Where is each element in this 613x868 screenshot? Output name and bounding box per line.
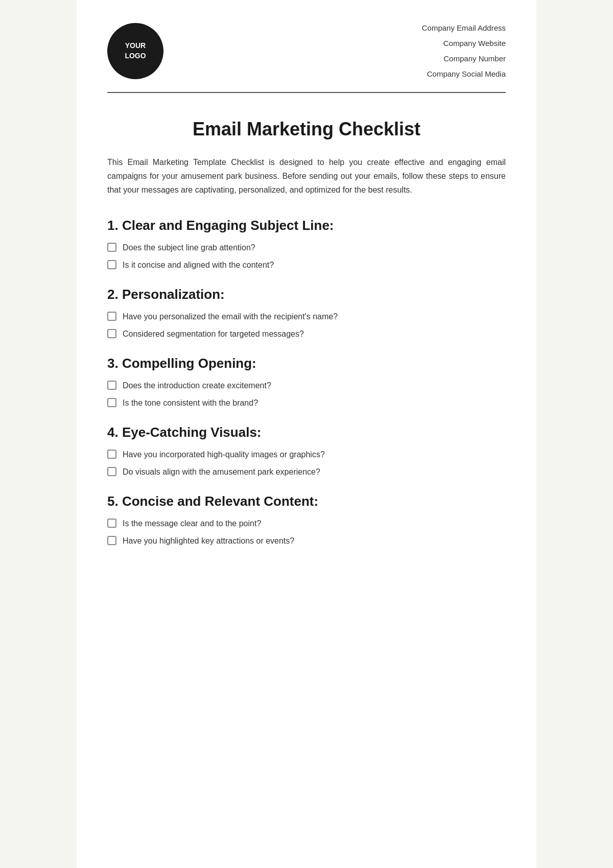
section-5-title: 5. Concise and Relevant Content: bbox=[107, 494, 506, 509]
section-1-title: 1. Clear and Engaging Subject Line: bbox=[107, 218, 506, 233]
list-item: Do visuals align with the amusement park… bbox=[107, 466, 506, 478]
list-item: Is the tone consistent with the brand? bbox=[107, 397, 506, 409]
item-text: Have you personalized the email with the… bbox=[123, 311, 338, 323]
item-text: Have you incorporated high-quality image… bbox=[123, 449, 325, 461]
checkbox-icon[interactable] bbox=[107, 536, 116, 545]
item-text: Is the message clear and to the point? bbox=[123, 518, 261, 530]
header: YOUR LOGO Company Email Address Company … bbox=[107, 20, 506, 82]
section-2: 2. Personalization: Have you personalize… bbox=[107, 287, 506, 340]
item-text: Does the introduction create excitement? bbox=[123, 380, 271, 392]
logo: YOUR LOGO bbox=[107, 23, 163, 79]
list-item: Is it concise and aligned with the conte… bbox=[107, 259, 506, 271]
list-item: Have you highlighted key attractions or … bbox=[107, 535, 506, 547]
checkbox-icon[interactable] bbox=[107, 329, 116, 338]
item-text: Do visuals align with the amusement park… bbox=[123, 466, 320, 478]
company-social: Company Social Media bbox=[422, 66, 506, 82]
checkbox-icon[interactable] bbox=[107, 398, 116, 407]
main-content: Email Marketing Checklist This Email Mar… bbox=[107, 119, 506, 547]
checkbox-icon[interactable] bbox=[107, 243, 116, 252]
list-item: Considered segmentation for targeted mes… bbox=[107, 328, 506, 340]
section-1: 1. Clear and Engaging Subject Line: Does… bbox=[107, 218, 506, 271]
section-3: 3. Compelling Opening: Does the introduc… bbox=[107, 356, 506, 409]
checkbox-icon[interactable] bbox=[107, 519, 116, 528]
list-item: Have you incorporated high-quality image… bbox=[107, 449, 506, 461]
section-4: 4. Eye-Catching Visuals: Have you incorp… bbox=[107, 425, 506, 478]
checkbox-icon[interactable] bbox=[107, 260, 116, 269]
checkbox-icon[interactable] bbox=[107, 467, 116, 476]
item-text: Considered segmentation for targeted mes… bbox=[123, 328, 304, 340]
company-info: Company Email Address Company Website Co… bbox=[422, 20, 506, 82]
item-text: Is the tone consistent with the brand? bbox=[123, 397, 258, 409]
item-text: Does the subject line grab attention? bbox=[123, 242, 255, 254]
header-divider bbox=[107, 92, 506, 93]
intro-text: This Email Marketing Template Checklist … bbox=[107, 155, 506, 197]
logo-line2: LOGO bbox=[125, 51, 146, 61]
company-number: Company Number bbox=[422, 51, 506, 66]
item-text: Have you highlighted key attractions or … bbox=[123, 535, 294, 547]
section-5: 5. Concise and Relevant Content: Is the … bbox=[107, 494, 506, 547]
list-item: Is the message clear and to the point? bbox=[107, 518, 506, 530]
item-text: Is it concise and aligned with the conte… bbox=[123, 259, 274, 271]
checkbox-icon[interactable] bbox=[107, 381, 116, 390]
section-3-title: 3. Compelling Opening: bbox=[107, 356, 506, 371]
company-website: Company Website bbox=[422, 36, 506, 51]
checkbox-icon[interactable] bbox=[107, 450, 116, 459]
list-item: Does the subject line grab attention? bbox=[107, 242, 506, 254]
checkbox-icon[interactable] bbox=[107, 312, 116, 321]
list-item: Does the introduction create excitement? bbox=[107, 380, 506, 392]
main-title: Email Marketing Checklist bbox=[107, 119, 506, 140]
section-2-title: 2. Personalization: bbox=[107, 287, 506, 302]
page-container: YOUR LOGO Company Email Address Company … bbox=[77, 0, 536, 868]
logo-line1: YOUR bbox=[125, 41, 146, 51]
list-item: Have you personalized the email with the… bbox=[107, 311, 506, 323]
section-4-title: 4. Eye-Catching Visuals: bbox=[107, 425, 506, 440]
company-email: Company Email Address bbox=[422, 20, 506, 36]
